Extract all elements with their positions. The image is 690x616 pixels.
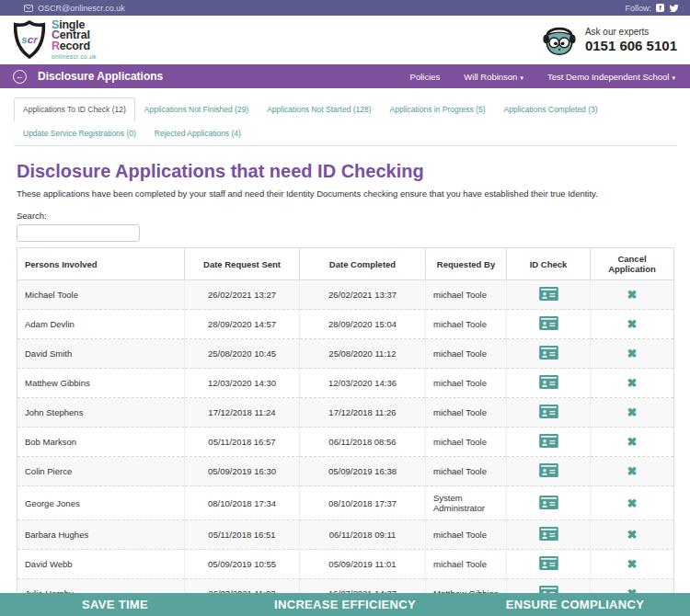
- cancel-cell: ✖: [591, 369, 674, 398]
- requested-by-cell: michael Toole: [426, 310, 507, 339]
- date-completed-cell: 05/09/2019 16:38: [300, 457, 426, 486]
- person-cell: David Webb: [17, 550, 185, 579]
- date-sent-cell: 25/08/2020 10:45: [185, 339, 300, 369]
- date-sent-cell: 05/09/2019 16:30: [185, 457, 300, 486]
- cancel-cell: ✖: [591, 550, 674, 579]
- search-label: Search:: [17, 211, 47, 221]
- cancel-application-icon[interactable]: ✖: [627, 465, 638, 477]
- experts-phone[interactable]: 0151 606 5101: [585, 38, 677, 53]
- id-check-icon[interactable]: [539, 496, 558, 509]
- id-check-icon[interactable]: [539, 463, 558, 477]
- id-check-icon[interactable]: [539, 316, 558, 330]
- cancel-application-icon[interactable]: ✖: [627, 436, 638, 448]
- table-row: Barbara Hughes05/11/2018 16:5106/11/2018…: [17, 520, 674, 550]
- id-check-icon[interactable]: [539, 527, 558, 541]
- facebook-icon[interactable]: f: [656, 4, 664, 12]
- cancel-application-icon[interactable]: ✖: [627, 348, 638, 359]
- table-row: Michael Toole26/02/2021 13:2726/02/2021 …: [17, 280, 674, 310]
- date-sent-cell: 26/02/2021 13:27: [185, 280, 300, 310]
- applications-table: Persons InvolvedDate Request SentDate Co…: [17, 247, 674, 616]
- person-cell: Matthew Gibbins: [17, 369, 185, 398]
- nav-school-menu[interactable]: Test Demo Independent School▾: [547, 72, 675, 82]
- logo-website: onlinescr.co.uk: [52, 53, 97, 60]
- id-check-icon[interactable]: [539, 346, 558, 359]
- id-check-icon[interactable]: [539, 434, 558, 448]
- cancel-cell: ✖: [591, 310, 674, 339]
- table-header-row: Persons InvolvedDate Request SentDate Co…: [17, 248, 674, 280]
- cancel-application-icon[interactable]: ✖: [627, 289, 638, 301]
- table-row: David Smith25/08/2020 10:4525/08/2020 11…: [17, 339, 674, 369]
- cancel-application-icon[interactable]: ✖: [627, 529, 638, 541]
- column-header: Cancel Application: [591, 248, 674, 280]
- id-check-icon[interactable]: [539, 287, 558, 301]
- id-check-cell: [507, 310, 591, 339]
- table-row: Adam Devlin28/09/2020 14:5728/09/2020 15…: [17, 310, 674, 339]
- id-check-cell: [507, 520, 591, 550]
- person-cell: Michael Toole: [17, 280, 185, 310]
- person-cell: John Stephens: [17, 398, 185, 428]
- requested-by-cell: michael Toole: [426, 457, 507, 486]
- column-header: ID Check: [507, 248, 591, 280]
- logo-wordmark: Single Central Record: [52, 20, 97, 52]
- requested-by-cell: michael Toole: [426, 520, 507, 550]
- table-row: David Webb05/09/2019 10:5505/09/2019 11:…: [17, 550, 674, 579]
- requested-by-cell: michael Toole: [426, 428, 507, 457]
- column-header: Date Request Sent: [185, 248, 300, 280]
- id-check-cell: [507, 280, 591, 310]
- contact-email[interactable]: OSCR@onlinescr.co.uk: [38, 4, 125, 13]
- date-completed-cell: 12/03/2020 14:36: [300, 369, 426, 398]
- nav-link-policies[interactable]: Policies: [410, 72, 441, 82]
- table-row: George Jones08/10/2018 17:3408/10/2018 1…: [17, 486, 674, 520]
- id-check-cell: [507, 550, 591, 579]
- tab-6[interactable]: Rejected Applications (4): [145, 121, 250, 145]
- id-check-icon[interactable]: [539, 405, 558, 418]
- cancel-application-icon[interactable]: ✖: [627, 497, 638, 509]
- nav-user-menu[interactable]: Will Robinson▾: [464, 72, 523, 82]
- id-check-cell: [507, 428, 591, 457]
- person-cell: David Smith: [17, 339, 185, 369]
- person-cell: Bob Markson: [17, 428, 185, 457]
- id-check-cell: [507, 398, 591, 428]
- banner-item: ENSURE COMPLIANCY: [460, 598, 690, 611]
- date-completed-cell: 25/08/2020 11:12: [300, 339, 426, 369]
- header: scr Single Central Record onlinescr.co.u…: [0, 16, 690, 64]
- cancel-application-icon[interactable]: ✖: [627, 558, 638, 570]
- svg-text:scr: scr: [21, 33, 39, 45]
- id-check-icon[interactable]: [539, 556, 558, 570]
- twitter-icon[interactable]: [669, 4, 679, 12]
- table-row: Colin Pierce05/09/2019 16:3005/09/2019 1…: [17, 457, 674, 486]
- cancel-application-icon[interactable]: ✖: [627, 318, 638, 330]
- date-completed-cell: 08/10/2018 17:37: [300, 486, 426, 520]
- cancel-application-icon[interactable]: ✖: [627, 406, 638, 418]
- back-icon[interactable]: ←: [13, 70, 27, 84]
- tab-4[interactable]: Applications Completed (3): [495, 97, 607, 121]
- cancel-cell: ✖: [591, 457, 674, 486]
- experts-label: Ask our experts: [585, 27, 677, 38]
- tab-1[interactable]: Applications Not Finished (29): [135, 97, 258, 121]
- cancel-cell: ✖: [591, 428, 674, 457]
- column-header: Requested By: [426, 248, 507, 280]
- tab-2[interactable]: Applications Not Started (128): [258, 97, 380, 121]
- person-cell: George Jones: [17, 486, 185, 520]
- date-completed-cell: 26/02/2021 13:37: [300, 280, 426, 310]
- banner-item: INCREASE EFFICIENCY: [230, 598, 460, 611]
- id-check-icon[interactable]: [539, 375, 558, 389]
- topbar: OSCR@onlinescr.co.uk Follow: f: [0, 0, 690, 16]
- date-sent-cell: 05/11/2018 16:57: [185, 428, 300, 457]
- chevron-down-icon: ▾: [672, 74, 675, 81]
- tab-5[interactable]: Update Service Registrations (0): [14, 121, 145, 145]
- requested-by-cell: michael Toole: [426, 550, 507, 579]
- cancel-cell: ✖: [591, 486, 674, 520]
- tab-0[interactable]: Applications To ID Check (12): [14, 97, 135, 122]
- date-completed-cell: 28/09/2020 15:04: [300, 310, 426, 339]
- search-input[interactable]: [17, 224, 140, 242]
- date-completed-cell: 05/09/2019 11:01: [300, 550, 426, 579]
- page-navbar: ← Disclosure Applications Policies Will …: [0, 64, 690, 88]
- requested-by-cell: System Administrator: [426, 486, 507, 520]
- cancel-application-icon[interactable]: ✖: [627, 377, 638, 389]
- scr-logo[interactable]: scr Single Central Record onlinescr.co.u…: [13, 20, 97, 61]
- cancel-cell: ✖: [591, 520, 674, 550]
- follow-label: Follow:: [625, 4, 651, 13]
- tab-3[interactable]: Applications in Progress (5): [381, 97, 495, 121]
- cancel-cell: ✖: [591, 280, 674, 310]
